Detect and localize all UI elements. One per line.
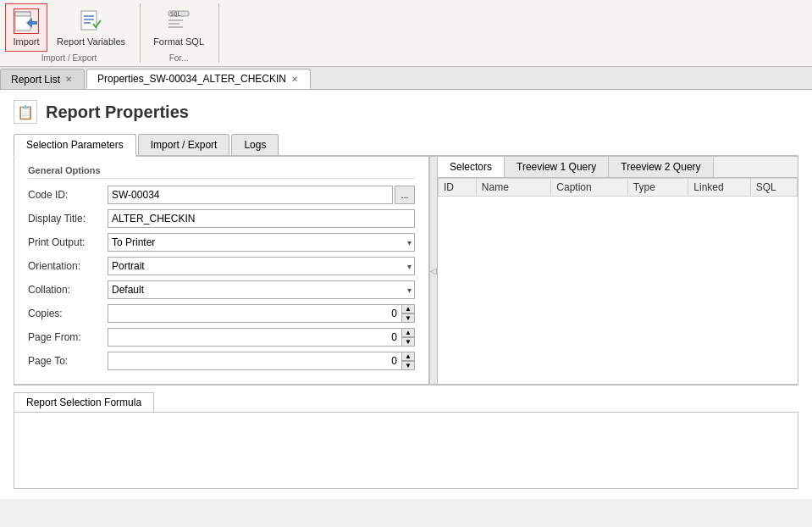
tab-properties[interactable]: Properties_SW-00034_ALTER_CHECKIN ✕ [86,69,311,89]
svg-text:SQL: SQL [170,11,181,18]
code-id-input-group: ... [108,186,415,204]
page-from-spinner: ▲ ▼ [108,328,415,347]
page-from-row: Page From: ▲ ▼ [28,328,415,347]
print-output-row: Print Output: To Printer To File To Scre… [28,233,415,252]
copies-down[interactable]: ▼ [401,313,415,323]
code-id-row: Code ID: ... [28,186,415,204]
report-variables-button[interactable]: Report Variables [49,3,133,52]
display-title-input[interactable] [108,209,415,228]
tab-import-export[interactable]: Import / Export [138,134,230,155]
collation-select[interactable]: Default [108,280,415,299]
svg-rect-1 [15,12,30,16]
tab-report-list-label: Report List [11,74,60,86]
page-to-up[interactable]: ▲ [401,352,415,361]
svg-rect-5 [81,11,97,30]
for-section-label: For... [146,53,212,63]
page-to-spinner-btns: ▲ ▼ [401,352,415,370]
tab-properties-close[interactable]: ✕ [290,75,300,84]
print-output-select[interactable]: To Printer To File To Screen [108,233,415,252]
tab-logs-label: Logs [244,139,266,151]
page-to-label: Page To: [28,355,104,367]
code-id-dots-button[interactable]: ... [395,186,415,204]
collation-select-wrap: Default [108,280,415,299]
page-from-label: Page From: [28,331,104,343]
code-id-input[interactable] [108,186,393,204]
page-from-spinner-btns: ▲ ▼ [401,328,415,347]
bottom-panel: Report Selection Formula [14,385,798,489]
tabs-bar: Report List ✕ Properties_SW-00034_ALTER_… [0,67,812,90]
code-id-label: Code ID: [28,189,104,201]
toolbar-section-for: SQL Format SQL For... [146,3,219,63]
copies-up[interactable]: ▲ [401,304,415,313]
col-sql: SQL [750,179,797,197]
display-title-label: Display Title: [28,213,104,225]
col-linked: Linked [688,179,750,197]
page-from-input[interactable] [108,328,415,347]
copies-spinner: ▲ ▼ [108,304,415,323]
inner-tabs: Selection Parameters Import / Export Log… [14,134,798,157]
selector-tab-treeview1[interactable]: Treeview 1 Query [505,157,609,177]
bottom-content[interactable] [14,413,798,489]
treeview1-tab-label: Treeview 1 Query [516,161,596,173]
treeview2-tab-label: Treeview 2 Query [621,161,700,173]
import-icon [13,8,40,35]
bottom-tab-label[interactable]: Report Selection Formula [14,392,154,412]
copies-spinner-btns: ▲ ▼ [401,304,415,323]
orientation-row: Orientation: Portrait Landscape [28,257,415,275]
content-area: General Options Code ID: ... Display Tit… [14,157,798,385]
page-from-up[interactable]: ▲ [401,328,415,337]
copies-row: Copies: ▲ ▼ [28,304,415,323]
right-panel: Selectors Treeview 1 Query Treeview 2 Qu… [438,157,798,384]
orientation-select-wrap: Portrait Landscape [108,257,415,275]
report-properties-icon: 📋 [14,100,37,124]
tab-logs[interactable]: Logs [231,134,279,155]
orientation-select[interactable]: Portrait Landscape [108,257,415,275]
report-variables-label: Report Variables [57,36,125,47]
toolbar-group-import-export: Import Report Variables Imp [5,3,133,63]
page-to-input[interactable] [108,352,415,370]
print-output-label: Print Output: [28,236,104,248]
page-to-down[interactable]: ▼ [401,361,415,370]
col-caption: Caption [551,179,628,197]
orientation-label: Orientation: [28,260,104,272]
left-panel: General Options Code ID: ... Display Tit… [14,157,429,384]
collation-row: Collation: Default [28,280,415,299]
tab-selection-parameters-label: Selection Parameters [26,139,124,151]
format-sql-button[interactable]: SQL Format SQL [146,3,212,52]
tab-selection-parameters[interactable]: Selection Parameters [14,134,136,157]
col-type: Type [627,179,688,197]
collapse-handle[interactable]: ◁ [429,157,438,384]
toolbar-group-format-sql: SQL Format SQL For... [146,3,212,63]
report-variables-icon [78,8,105,35]
copies-input[interactable] [108,304,415,323]
page-to-row: Page To: ▲ ▼ [28,352,415,370]
page-to-spinner: ▲ ▼ [108,352,415,370]
selector-tabs: Selectors Treeview 1 Query Treeview 2 Qu… [438,157,798,178]
selector-tab-treeview2[interactable]: Treeview 2 Query [609,157,713,177]
general-options-title: General Options [28,165,415,179]
page-from-down[interactable]: ▼ [401,337,415,347]
import-button[interactable]: Import [5,3,47,52]
collation-label: Collation: [28,284,104,296]
selector-tab-selectors[interactable]: Selectors [438,157,505,177]
import-export-section-label: Import / Export [5,53,133,63]
toolbar-section-import-export: Import Report Variables Imp [5,3,141,63]
toolbar: Import Report Variables Imp [0,0,812,67]
section-title-text: General Options [28,165,101,175]
import-label: Import [13,36,39,47]
tab-report-list[interactable]: Report List ✕ [0,69,85,89]
tab-import-export-label: Import / Export [151,139,218,151]
main-content: 📋 Report Properties Selection Parameters… [0,90,812,499]
selectors-tab-label: Selectors [450,161,492,173]
tab-report-list-close[interactable]: ✕ [64,75,74,84]
col-name: Name [476,179,551,197]
svg-rect-3 [29,21,37,25]
page-header: 📋 Report Properties [14,100,798,124]
tab-properties-label: Properties_SW-00034_ALTER_CHECKIN [97,73,286,85]
col-id: ID [439,179,477,197]
page-title: Report Properties [46,103,189,122]
selector-table: ID Name Caption Type Linked SQL [438,178,798,197]
format-sql-icon: SQL [165,8,192,35]
print-output-select-wrap: To Printer To File To Screen [108,233,415,252]
display-title-row: Display Title: [28,209,415,228]
